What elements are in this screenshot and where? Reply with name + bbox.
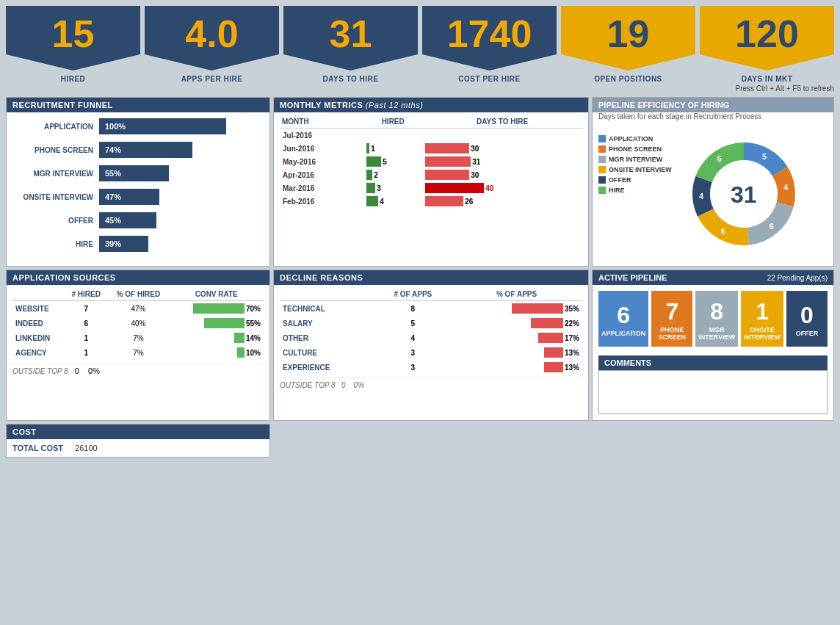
kpi-value: 120 — [735, 15, 799, 53]
cost-header: COST — [7, 425, 269, 439]
source-conv: 55% — [169, 316, 264, 330]
decline-row: SALARY 5 22% — [280, 316, 582, 330]
refresh-hint: Press Ctrl + Alt + F5 to refresh — [736, 84, 835, 93]
funnel-bar-container: 47% — [99, 189, 258, 205]
refresh-bar: Press Ctrl + Alt + F5 to refresh — [0, 83, 840, 94]
legend-item: OFFER — [598, 176, 672, 184]
monthly-hired: 3 — [363, 181, 422, 195]
source-hired: 7 — [65, 301, 107, 317]
decline-col-0 — [280, 288, 375, 301]
source-conv: 14% — [169, 330, 264, 345]
hired-bar — [366, 196, 378, 206]
kpi-label: DAYS TO HIRE — [322, 75, 378, 83]
pipeline-card-num: 6 — [617, 303, 630, 327]
dth-bar — [425, 156, 471, 167]
funnel-row: OFFER 45% — [18, 212, 258, 228]
source-hired: 6 — [65, 316, 107, 330]
sources-col-2: % OF HIRED — [107, 288, 169, 301]
pipeline-subtitle: Days taken for each stage in Recruitment… — [593, 112, 833, 123]
cost-panel: COST TOTAL COST 26100 — [6, 424, 270, 458]
source-pct-hired: 47% — [107, 301, 169, 317]
monthly-dth: 30 — [422, 168, 582, 181]
decline-row: OTHER 4 17% — [280, 330, 582, 345]
legend-dot — [598, 166, 606, 173]
funnel-row-label: ONSITE INTERVIEW — [18, 193, 99, 201]
funnel-bar: 45% — [99, 212, 156, 228]
legend-dot — [598, 156, 606, 163]
pipeline-card-label: OFFER — [796, 330, 819, 337]
monthly-col-2: DAYS TO HIRE — [422, 115, 582, 129]
pipeline-card-mgr-interview: 8 MGR INTERVIEW — [695, 291, 738, 347]
sources-row: INDEED 6 40% 55% — [12, 316, 264, 330]
sources-row: AGENCY 1 7% 10% — [12, 345, 264, 360]
sources-row: LINKEDIN 1 7% 14% — [12, 330, 264, 345]
kpi-label: COST PER HIRE — [458, 75, 520, 83]
monthly-month: Mar-2016 — [280, 181, 363, 195]
kpi-card-hired: 15HIRED — [6, 6, 140, 83]
pipeline-card-label: APPLICATION — [601, 330, 645, 337]
hired-bar — [366, 156, 381, 167]
kpi-value: 15 — [52, 15, 95, 53]
decline-bar — [531, 318, 563, 328]
sources-col-0 — [12, 288, 65, 301]
decline-panel: DECLINE REASONS # OF APPS% OF APPS TECHN… — [273, 270, 589, 421]
conv-bar — [193, 303, 245, 314]
pipeline-cards: 6 APPLICATION 7 PHONE SCREEN 8 MGR INTER… — [593, 285, 833, 353]
legend-item: MGR INTERVIEW — [598, 156, 672, 163]
funnel-bar: 39% — [99, 236, 148, 252]
decline-table: # OF APPS% OF APPS TECHNICAL 8 35% SALAR… — [280, 288, 582, 375]
decline-reason: TECHNICAL — [280, 301, 375, 317]
monthly-header: MONTHLY METRICS (Past 12 mths) — [274, 98, 588, 112]
monthly-row: Jun-2016 1 30 — [280, 142, 582, 155]
monthly-month: Jun-2016 — [280, 142, 363, 155]
decline-pct: 22% — [451, 316, 582, 330]
decline-apps: 3 — [375, 360, 452, 375]
pipeline-card-application: 6 APPLICATION — [598, 291, 648, 347]
funnel-bar-container: 55% — [99, 165, 258, 181]
monthly-hired: 1 — [363, 142, 422, 155]
decline-body: # OF APPS% OF APPS TECHNICAL 8 35% SALAR… — [274, 285, 588, 377]
legend-label: HIRE — [609, 187, 625, 194]
row-3: COST TOTAL COST 26100 — [6, 424, 834, 458]
kpi-card-cost-per-hire: 1740COST PER HIRE — [422, 6, 557, 83]
legend-item: APPLICATION — [598, 135, 672, 142]
monthly-hired: 2 — [363, 168, 422, 181]
funnel-bar: 47% — [99, 189, 159, 205]
source-name: INDEED — [12, 316, 65, 330]
funnel-row-label: APPLICATION — [18, 123, 99, 131]
decline-reason: OTHER — [280, 330, 375, 345]
dth-bar — [425, 143, 469, 153]
source-pct-hired: 40% — [107, 316, 169, 330]
hired-bar — [366, 143, 369, 153]
funnel-bar-container: 100% — [99, 118, 258, 134]
sources-footer-label: OUTSIDE TOP 8 — [12, 367, 68, 375]
pipeline-card-num: 8 — [710, 300, 723, 323]
donut-label: 6 — [717, 154, 722, 163]
hired-bar — [366, 183, 375, 193]
source-name: AGENCY — [12, 345, 65, 360]
legend-item: PHONE SCREEN — [598, 145, 672, 153]
decline-row: EXPERIENCE 3 13% — [280, 360, 582, 375]
kpi-card-days-to-hire: 31DAYS TO HIRE — [283, 6, 418, 83]
decline-row: TECHNICAL 8 35% — [280, 301, 582, 317]
legend-item: HIRE — [598, 187, 672, 194]
active-header: ACTIVE PIPELINE 22 Pending App(s) — [593, 270, 833, 285]
source-hired: 1 — [65, 345, 107, 360]
funnel-bar: 100% — [99, 118, 226, 134]
legend-label: PHONE SCREEN — [609, 145, 662, 153]
kpi-card-days-in-mkt: 120DAYS IN MKT — [700, 6, 834, 83]
source-name: WEBSITE — [12, 301, 65, 317]
hired-bar — [366, 170, 372, 180]
source-pct-hired: 7% — [107, 330, 169, 345]
sources-col-3: CONV RATE — [169, 288, 264, 301]
legend-label: APPLICATION — [609, 135, 653, 142]
pipeline-body: APPLICATION PHONE SCREEN MGR INTERVIEW O… — [593, 123, 833, 266]
funnel-row-label: PHONE SCREEN — [18, 146, 99, 154]
decline-pct: 35% — [451, 301, 582, 317]
funnel-bar: 55% — [99, 165, 169, 181]
decline-reason: EXPERIENCE — [280, 360, 375, 375]
comments-header: COMMENTS — [598, 355, 828, 370]
pipeline-legend: APPLICATION PHONE SCREEN MGR INTERVIEW O… — [598, 128, 672, 261]
decline-pct: 13% — [451, 360, 582, 375]
cost-value: 26100 — [75, 444, 98, 452]
